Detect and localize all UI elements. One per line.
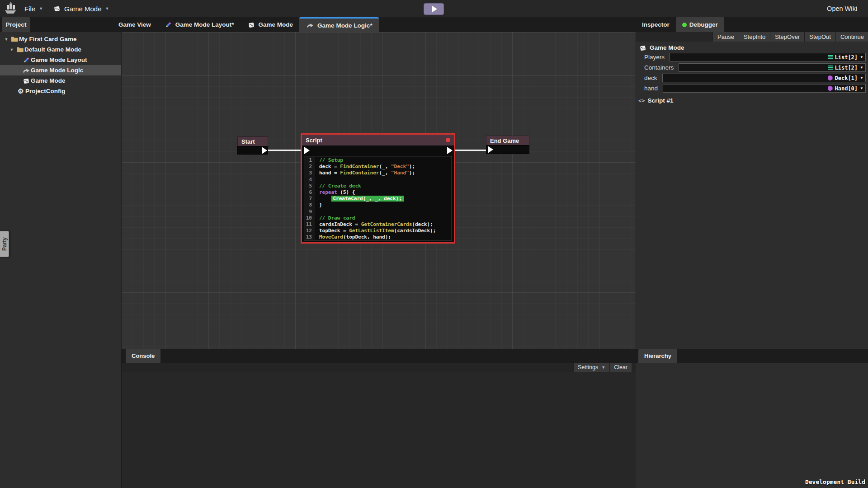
field-row-deck: deck Deck[1] ▼ — [644, 74, 866, 82]
tab-game-mode-layout[interactable]: Game Mode Layout* — [157, 17, 241, 32]
tab-label: Debugger — [689, 21, 718, 28]
field-row-hand: hand Hand[0] ▼ — [644, 84, 866, 93]
logic-arrow-icon — [22, 67, 31, 74]
game-mode-menu-label: Game Mode — [64, 5, 102, 13]
code-brackets-icon: <> — [638, 98, 645, 104]
field-row-containers: Containers List[2] ▼ — [644, 63, 866, 72]
pencil-icon — [164, 22, 173, 28]
tab-label: Game View — [118, 21, 151, 28]
start-node-body — [237, 146, 268, 155]
script-node-title: Script — [306, 137, 322, 144]
pause-button[interactable]: Pause — [712, 32, 739, 42]
code-line: 4 — [304, 177, 452, 183]
script-node[interactable]: Script 1// Setup2deck = FindContainer(_,… — [301, 133, 455, 244]
code-line: 13MoveCard(topDeck, hand); — [304, 234, 452, 240]
script-1-label: Script #1 — [647, 97, 673, 104]
code-line: 11cardsInDeck = GetContainerCards(deck); — [304, 221, 452, 228]
tab-console[interactable]: Console — [126, 349, 160, 363]
hierarchy-panel[interactable] — [636, 363, 868, 488]
party-drawer-tab[interactable]: Party — [0, 231, 9, 257]
chevron-down-icon[interactable]: ▼ — [860, 76, 863, 80]
chevron-down-icon[interactable]: ▼ — [860, 66, 863, 70]
input-port[interactable] — [488, 146, 493, 153]
debugger-active-dot — [682, 23, 687, 27]
tree-item-projectconfig[interactable]: ⚙ ProjectConfig — [0, 86, 121, 96]
menu-bar: File ▼ Game Mode ▼ Open Wiki — [0, 0, 868, 17]
tree-item-default-game-mode[interactable]: ▼ Default Game Mode — [0, 44, 121, 55]
chevron-down-icon[interactable]: ▼ — [860, 86, 863, 90]
code-line: 6repeat (5) { — [304, 189, 452, 196]
field-value: Deck[1] — [835, 75, 858, 81]
console-clear-label: Clear — [614, 364, 627, 371]
tab-game-mode[interactable]: Game Mode — [241, 17, 300, 32]
hand-field[interactable]: Hand[0] ▼ — [663, 84, 866, 93]
stepover-button[interactable]: StepOver — [770, 32, 804, 42]
tree-item-game-mode-layout[interactable]: Game Mode Layout — [0, 55, 121, 65]
tab-debugger[interactable]: Debugger — [676, 17, 724, 32]
tree-item-game-mode[interactable]: Game Mode — [0, 75, 121, 86]
expand-arrow-icon[interactable]: ▼ — [8, 47, 15, 52]
console-clear-button[interactable]: Clear — [609, 363, 632, 372]
code-line: 10// Draw card — [304, 215, 452, 221]
tree-item-game-mode-logic[interactable]: Game Mode Logic — [0, 65, 121, 75]
tab-game-view[interactable]: Game View — [112, 17, 157, 32]
input-port[interactable] — [304, 147, 310, 154]
game-mode-inspector: Game Mode Players List[2] ▼ Containers L… — [636, 42, 868, 104]
continue-button[interactable]: Continue — [835, 32, 868, 42]
console-output[interactable] — [122, 372, 636, 488]
node-graph-canvas[interactable]: Start Script 1// Setup2deck = FindContai… — [122, 32, 636, 349]
tab-inspector[interactable]: Inspector — [636, 17, 676, 32]
party-drawer-label: Party — [1, 237, 8, 251]
players-field[interactable]: List[2] ▼ — [670, 53, 866, 61]
end-game-node[interactable]: End Game — [486, 136, 529, 154]
start-node[interactable]: Start — [237, 136, 268, 155]
stepout-button[interactable]: StepOut — [804, 32, 835, 42]
tab-row: Project Game View Game Mode Layout* Game… — [0, 17, 868, 32]
app-logo-ship-icon — [4, 2, 17, 15]
code-line: 8} — [304, 202, 452, 208]
code-line: 3hand = FindContainer(_, "Hand"); — [304, 170, 452, 176]
expand-arrow-icon[interactable]: ▼ — [3, 37, 10, 42]
file-menu-label: File — [24, 5, 35, 13]
game-mode-menu[interactable]: Game Mode ▼ — [49, 0, 113, 17]
breakpoint-dot[interactable] — [446, 138, 450, 142]
output-port[interactable] — [447, 147, 453, 154]
tree-item-label: Game Mode Logic — [31, 67, 83, 74]
start-node-title: Start — [241, 138, 255, 145]
containers-field[interactable]: List[2] ▼ — [679, 63, 866, 72]
code-line: 5// Create deck — [304, 183, 452, 189]
tree-item-my-first-card-game[interactable]: ▼ My First Card Game — [0, 34, 121, 44]
tab-console-label: Console — [132, 352, 155, 359]
deck-field[interactable]: Deck[1] ▼ — [662, 74, 866, 82]
development-build-label: Development Build — [805, 479, 865, 485]
project-tree: ▼ My First Card Game ▼ Default Game Mode… — [0, 32, 121, 96]
console-settings-label: Settings — [578, 364, 598, 371]
tab-project[interactable]: Project — [2, 17, 30, 32]
tab-label: Game Mode — [259, 21, 293, 28]
play-icon — [432, 6, 437, 12]
inspector-header: Game Mode — [636, 42, 868, 53]
script-node-header: Script — [302, 135, 454, 145]
list-icon — [828, 66, 833, 70]
logic-arrow-icon — [306, 22, 315, 28]
inspector-debugger-tabs: Inspector Debugger — [636, 17, 724, 32]
file-menu[interactable]: File ▼ — [21, 0, 47, 17]
console-settings-button[interactable]: Settings ▼ — [573, 363, 609, 372]
tab-project-label: Project — [6, 21, 27, 28]
script-code[interactable]: 1// Setup2deck = FindContainer(_, "Deck"… — [304, 156, 452, 240]
stepinto-button[interactable]: StepInto — [739, 32, 770, 42]
tab-hierarchy[interactable]: Hierarchy — [638, 349, 677, 363]
console-toolbar: Settings ▼ Clear — [122, 363, 636, 372]
output-port[interactable] — [262, 147, 267, 154]
script-1-item[interactable]: <> Script #1 — [636, 94, 868, 104]
pencil-icon — [22, 57, 31, 63]
code-line: 1// Setup — [304, 157, 452, 164]
open-wiki-link[interactable]: Open Wiki — [827, 0, 857, 17]
play-button[interactable] — [424, 3, 444, 15]
tab-game-mode-logic[interactable]: Game Mode Logic* — [299, 17, 379, 32]
debug-toolbar: Pause StepInto StepOver StepOut Continue — [636, 32, 868, 42]
chevron-down-icon[interactable]: ▼ — [860, 55, 863, 59]
field-label: deck — [644, 75, 657, 81]
script-node-ports — [302, 145, 454, 155]
app-window: File ▼ Game Mode ▼ Open Wiki Project Gam… — [0, 0, 868, 488]
